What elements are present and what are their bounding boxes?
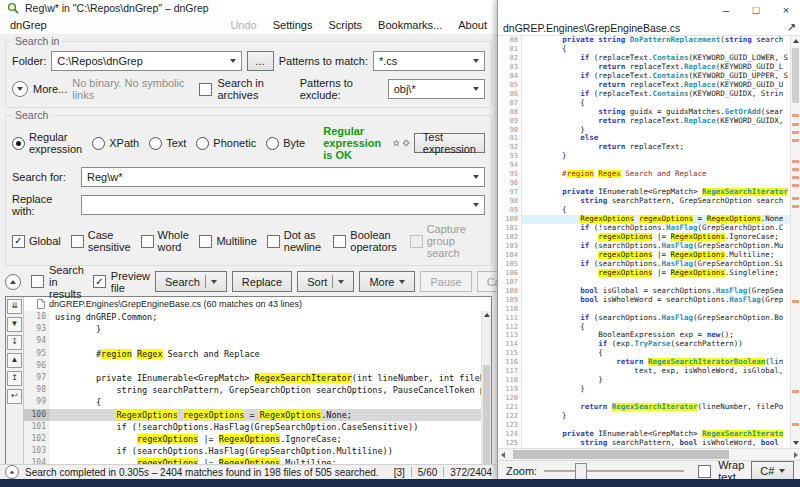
radio-phonetic[interactable] bbox=[196, 137, 209, 150]
scroll-up-icon[interactable] bbox=[484, 313, 490, 317]
browse-folder-button[interactable]: ... bbox=[247, 51, 274, 71]
scroll-left-icon[interactable] bbox=[501, 452, 505, 458]
result-file-header[interactable]: dnGREP.Engines\GrepEngineBase.cs (60 mat… bbox=[24, 297, 491, 311]
code-line-84[interactable]: 84 if (replaceText.Contains(KEYWORD_GUID… bbox=[498, 72, 791, 81]
next-file-icon[interactable]: ↥ bbox=[7, 371, 22, 386]
chevron-down-icon[interactable] bbox=[230, 59, 236, 63]
radio-byte[interactable] bbox=[266, 137, 279, 150]
code-line-80[interactable]: 80 private string DoPatternReplacement(s… bbox=[498, 36, 791, 45]
code-line-97[interactable]: 97 private IEnumerable<GrepMatch> RegexS… bbox=[498, 188, 791, 197]
whole-word-checkbox[interactable] bbox=[141, 235, 154, 248]
code-line-99[interactable]: 99 { bbox=[24, 396, 482, 408]
menu-about[interactable]: About bbox=[458, 19, 487, 31]
menu-undo[interactable]: Undo bbox=[230, 19, 256, 31]
code-line-83[interactable]: 83 return replaceText.Replace(KEYWORD_GU… bbox=[498, 63, 791, 72]
boolean-operators-checkbox[interactable] bbox=[333, 235, 346, 248]
patterns-to-exclude-combobox[interactable]: obj\* bbox=[388, 79, 485, 99]
scroll-right-icon[interactable] bbox=[794, 452, 798, 458]
more-label[interactable]: More... bbox=[33, 83, 67, 95]
code-line-125[interactable]: 125 string searchPattern, bool isWholeWo… bbox=[498, 439, 791, 448]
code-line-102[interactable]: 102 regexOptions |= RegexOptions.IgnoreC… bbox=[24, 433, 482, 445]
multiline-checkbox[interactable] bbox=[199, 235, 212, 248]
menu-settings[interactable]: Settings bbox=[273, 19, 313, 31]
results-vertical-scrollbar[interactable] bbox=[481, 311, 491, 487]
code-line-91[interactable]: 91 else bbox=[498, 134, 791, 143]
code-line-94[interactable]: 94 bbox=[498, 161, 791, 170]
code-line-98[interactable]: 98 string searchPattern, GrepSearchOptio… bbox=[498, 197, 791, 206]
code-line-88[interactable]: 88 string guidx = guidxMatches.GetOrAdd(… bbox=[498, 108, 791, 117]
radio-xpath[interactable] bbox=[92, 137, 105, 150]
code-line-95[interactable]: 95 #region Regex Search and Replace bbox=[24, 348, 482, 360]
sort-button[interactable]: Sort bbox=[297, 271, 354, 292]
code-line-100[interactable]: 100 RegexOptions regexOptions = RegexOpt… bbox=[24, 409, 482, 421]
code-line-99[interactable]: 99 { bbox=[498, 206, 791, 215]
code-line-119[interactable]: 119 } bbox=[498, 385, 791, 394]
code-line-114[interactable]: 114 if (exp.TryParse(searchPattern)) bbox=[498, 340, 791, 349]
search-in-results-checkbox[interactable] bbox=[31, 275, 44, 288]
code-line-116[interactable]: 116 return RegexSearchIteratorBoolean(li… bbox=[498, 358, 791, 367]
add-bookmark-plus-icon[interactable] bbox=[403, 136, 409, 150]
collapse-status-icon[interactable] bbox=[5, 465, 19, 479]
code-line-118[interactable]: 118 } bbox=[498, 376, 791, 385]
code-line-112[interactable]: 112 { bbox=[498, 323, 791, 332]
code-line-106[interactable]: 106 regexOptions |= RegexOptions.Singlel… bbox=[498, 269, 791, 278]
code-line-123[interactable]: 123 bbox=[498, 421, 791, 430]
code-line-120[interactable]: 120 bbox=[498, 394, 791, 403]
code-line-121[interactable]: 121 return RegexSearchIterator(lineNumbe… bbox=[498, 403, 791, 412]
zoom-slider[interactable] bbox=[544, 463, 684, 479]
chevron-down-icon[interactable] bbox=[473, 87, 479, 91]
global-checkbox[interactable] bbox=[12, 235, 25, 248]
dot-as-newline-checkbox[interactable] bbox=[267, 235, 280, 248]
code-line-92[interactable]: 92 return replaceText; bbox=[498, 143, 791, 152]
patterns-to-match-combobox[interactable]: *.cs bbox=[373, 51, 485, 71]
code-line-111[interactable]: 111 if (searchOptions.HasFlag(GrepSearch… bbox=[498, 314, 791, 323]
next-match-icon[interactable]: ▼ bbox=[7, 317, 22, 332]
folder-combobox[interactable]: C:\Repos\dnGrep bbox=[51, 51, 241, 71]
code-line-108[interactable]: 108 bool isGlobal = searchOptions.HasFla… bbox=[498, 287, 791, 296]
bookmark-star-icon[interactable] bbox=[393, 136, 400, 150]
case-sensitive-checkbox[interactable] bbox=[71, 235, 84, 248]
code-line-86[interactable]: 86 if (replaceText.Contains(KEYWORD_GUID… bbox=[498, 90, 791, 99]
wrap-text-checkbox[interactable] bbox=[698, 465, 711, 478]
code-line-103[interactable]: 103 if (searchOptions.HasFlag(GrepSearch… bbox=[498, 242, 791, 251]
more-expander-icon[interactable] bbox=[12, 81, 28, 97]
maximize-button[interactable]: □ bbox=[741, 0, 771, 20]
minimize-button[interactable]: – bbox=[711, 0, 741, 20]
code-line-97[interactable]: 97 private IEnumerable<GrepMatch> RegexS… bbox=[24, 372, 482, 384]
popout-icon[interactable]: ↗ bbox=[787, 21, 796, 34]
code-line-113[interactable]: 113 BooleanExpression exp = new(); bbox=[498, 331, 791, 340]
close-button[interactable]: × bbox=[771, 0, 800, 20]
chevron-down-icon[interactable] bbox=[473, 175, 479, 179]
code-line-115[interactable]: 115 { bbox=[498, 349, 791, 358]
menu-dngrep[interactable]: dnGrep bbox=[10, 19, 47, 31]
replace-with-combobox[interactable] bbox=[81, 195, 485, 215]
code-line-90[interactable]: 90 } bbox=[498, 126, 791, 135]
code-line-122[interactable]: 122 } bbox=[498, 412, 791, 421]
chevron-down-icon[interactable] bbox=[473, 203, 479, 207]
search-in-archives-checkbox[interactable] bbox=[199, 83, 212, 96]
code-line-94[interactable]: 94 bbox=[24, 335, 482, 347]
code-line-100[interactable]: 100 RegexOptions regexOptions = RegexOpt… bbox=[498, 215, 791, 224]
code-line-124[interactable]: 124 private IEnumerable<GrepMatch> Regex… bbox=[498, 430, 791, 439]
sort-split-caret-icon[interactable] bbox=[338, 280, 344, 284]
preview-horizontal-scrollbar[interactable] bbox=[498, 448, 800, 460]
syntax-select[interactable]: C# bbox=[751, 461, 794, 481]
code-line-110[interactable]: 110 bbox=[498, 305, 791, 314]
scrollbar-thumb[interactable] bbox=[792, 48, 799, 103]
code-line-104[interactable]: 104 regexOptions |= RegexOptions.Multili… bbox=[498, 251, 791, 260]
test-expression-button[interactable]: Test expression bbox=[414, 133, 485, 153]
code-line-102[interactable]: 102 regexOptions |= RegexOptions.IgnoreC… bbox=[498, 233, 791, 242]
expand-all-icon[interactable]: ⇊ bbox=[7, 299, 22, 314]
scroll-up-icon[interactable] bbox=[793, 39, 799, 43]
code-line-87[interactable]: 87 { bbox=[498, 99, 791, 108]
code-line-85[interactable]: 85 return replaceText.Replace(KEYWORD_GU… bbox=[498, 81, 791, 90]
code-line-96[interactable]: 96 bbox=[24, 360, 482, 372]
search-split-caret-icon[interactable] bbox=[211, 280, 217, 284]
code-line-105[interactable]: 105 if (searchOptions.HasFlag(GrepSearch… bbox=[498, 260, 791, 269]
collapse-options-icon[interactable] bbox=[5, 274, 21, 290]
code-line-98[interactable]: 98 string searchPattern, GrepSearchOptio… bbox=[24, 384, 482, 396]
preview-file-checkbox[interactable] bbox=[93, 275, 106, 288]
previous-file-icon[interactable]: ▲ bbox=[7, 353, 22, 368]
code-line-95[interactable]: 95 #region Regex Search and Replace bbox=[498, 170, 791, 179]
code-line-93[interactable]: 93 } bbox=[498, 152, 791, 161]
